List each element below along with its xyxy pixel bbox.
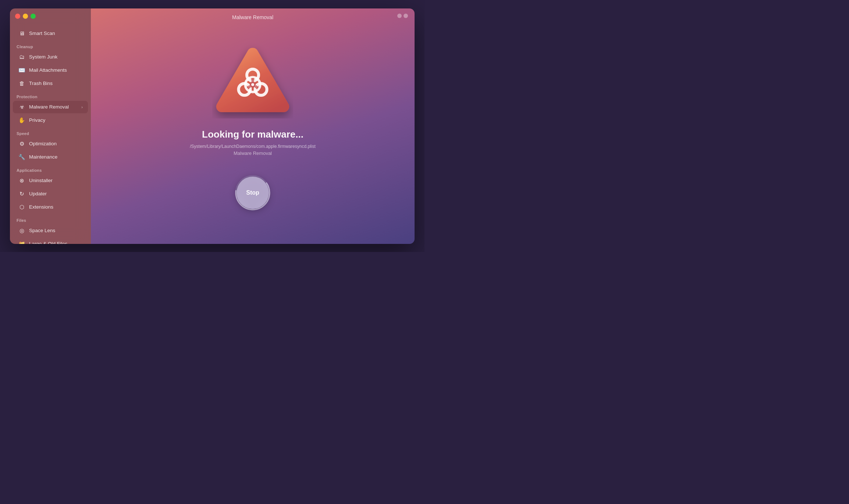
sidebar-item-smart-scan[interactable]: 🖥 Smart Scan bbox=[13, 27, 88, 40]
sidebar-item-label: Extensions bbox=[29, 204, 53, 210]
sidebar-item-privacy[interactable]: ✋ Privacy bbox=[13, 114, 88, 127]
privacy-icon: ✋ bbox=[18, 117, 25, 124]
sidebar-item-trash-bins[interactable]: 🗑 Trash Bins bbox=[13, 77, 88, 90]
sidebar-item-optimization[interactable]: ⚙ Optimization bbox=[13, 138, 88, 150]
biohazard-svg bbox=[212, 41, 293, 118]
sidebar-item-label: Malware Removal bbox=[29, 104, 69, 110]
stop-button-container: Stop bbox=[234, 174, 271, 211]
speed-section-label: Speed bbox=[10, 127, 91, 137]
chevron-right-icon: › bbox=[81, 105, 83, 109]
sidebar-item-space-lens[interactable]: ◎ Space Lens bbox=[13, 224, 88, 237]
window-controls bbox=[15, 14, 36, 19]
sidebar-item-updater[interactable]: ↻ Updater bbox=[13, 188, 88, 200]
main-content: Malware Removal bbox=[91, 8, 415, 244]
status-title: Looking for malware... bbox=[202, 129, 303, 140]
app-window: 🖥 Smart Scan Cleanup 🗂 System Junk ✉️ Ma… bbox=[10, 8, 415, 244]
close-button[interactable] bbox=[15, 14, 20, 19]
sidebar-item-large-old-files[interactable]: 📁 Large & Old Files bbox=[13, 238, 88, 244]
smart-scan-icon: 🖥 bbox=[18, 30, 25, 37]
status-path: /System/Library/LaunchDaemons/com.apple.… bbox=[190, 144, 315, 149]
sidebar-item-label: Mail Attachments bbox=[29, 67, 67, 73]
svg-line-13 bbox=[248, 86, 250, 88]
applications-section-label: Applications bbox=[10, 164, 91, 174]
protection-section-label: Protection bbox=[10, 90, 91, 100]
malware-removal-icon: ☣ bbox=[18, 103, 25, 111]
uninstaller-icon: ⊗ bbox=[18, 177, 25, 184]
sidebar-item-label: Large & Old Files bbox=[29, 241, 67, 244]
main-inner: Looking for malware... /System/Library/L… bbox=[91, 8, 415, 244]
sidebar-item-label: Optimization bbox=[29, 141, 57, 146]
sidebar-item-malware-removal[interactable]: ☣ Malware Removal › bbox=[13, 101, 88, 113]
minimize-button[interactable] bbox=[23, 14, 28, 19]
status-sub: Malware Removal bbox=[234, 150, 272, 156]
files-section-label: Files bbox=[10, 214, 91, 224]
sidebar-item-label: Trash Bins bbox=[29, 81, 53, 86]
sidebar-item-extensions[interactable]: ⬡ Extensions bbox=[13, 201, 88, 213]
svg-point-10 bbox=[251, 83, 254, 86]
sidebar-item-label: Maintenance bbox=[29, 154, 57, 160]
large-old-files-icon: 📁 bbox=[18, 240, 25, 244]
mail-attachments-icon: ✉️ bbox=[18, 67, 25, 74]
cleanup-section-label: Cleanup bbox=[10, 40, 91, 50]
maintenance-icon: 🔧 bbox=[18, 153, 25, 161]
sidebar: 🖥 Smart Scan Cleanup 🗂 System Junk ✉️ Ma… bbox=[10, 8, 91, 244]
sidebar-item-label: System Junk bbox=[29, 54, 57, 60]
maximize-button[interactable] bbox=[31, 14, 36, 19]
sidebar-item-label: Space Lens bbox=[29, 228, 55, 233]
system-junk-icon: 🗂 bbox=[18, 53, 25, 61]
sidebar-item-maintenance[interactable]: 🔧 Maintenance bbox=[13, 151, 88, 163]
sidebar-item-label: Updater bbox=[29, 191, 47, 196]
sidebar-item-uninstaller[interactable]: ⊗ Uninstaller bbox=[13, 174, 88, 187]
extensions-icon: ⬡ bbox=[18, 203, 25, 211]
updater-icon: ↻ bbox=[18, 190, 25, 198]
sidebar-item-label: Smart Scan bbox=[29, 31, 55, 36]
optimization-icon: ⚙ bbox=[18, 140, 25, 148]
sidebar-item-mail-attachments[interactable]: ✉️ Mail Attachments bbox=[13, 64, 88, 77]
svg-line-12 bbox=[255, 86, 258, 88]
trash-bins-icon: 🗑 bbox=[18, 80, 25, 87]
sidebar-item-system-junk[interactable]: 🗂 System Junk bbox=[13, 51, 88, 63]
sidebar-item-label: Privacy bbox=[29, 117, 45, 123]
space-lens-icon: ◎ bbox=[18, 227, 25, 234]
stop-button[interactable]: Stop bbox=[237, 177, 269, 209]
sidebar-item-label: Uninstaller bbox=[29, 178, 53, 183]
